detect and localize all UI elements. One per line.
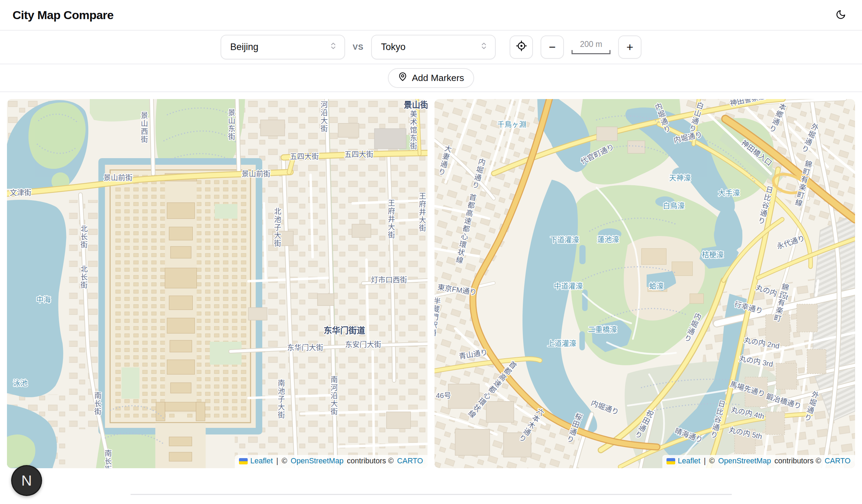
map-label: 王府井大街 <box>387 199 395 239</box>
map-label: 景山东街 <box>227 109 235 141</box>
map-label: 下道灌濠 <box>550 236 579 244</box>
left-city-select[interactable]: Beijing <box>221 35 345 59</box>
carto-link[interactable]: CARTO <box>825 456 851 466</box>
map-label: 蛤濠 <box>649 282 664 290</box>
map-label: 东华门大街 <box>287 343 323 351</box>
map-label: 北长街 <box>80 265 88 289</box>
map-label: 中道灌濠 <box>554 282 583 290</box>
map-label: 泳池 <box>13 379 28 387</box>
map-label: 东安门大街 <box>345 340 381 348</box>
add-markers-label: Add Markers <box>412 73 464 83</box>
map-label: 北长街 <box>80 225 88 249</box>
map-label: 北池子大街 <box>273 208 281 247</box>
theme-toggle-button[interactable] <box>833 7 848 23</box>
map-label: 河沿大街 <box>320 101 328 133</box>
map-attribution: Leaflet | © OpenStreetMap contributors ©… <box>662 455 855 468</box>
controls-bar: Beijing VS Tokyo − 200 m + <box>0 31 862 64</box>
nextjs-dev-badge[interactable]: N <box>11 465 42 496</box>
section-divider <box>130 494 732 495</box>
map-label: 五四大街 <box>290 152 319 160</box>
page-title: City Map Compare <box>13 8 114 22</box>
map-label: 南池子大街 <box>277 379 285 419</box>
map-label: 灯市口西街 <box>371 276 407 284</box>
map-label: 46号 <box>436 391 451 399</box>
map-label: 千鳥ヶ淵 <box>497 120 526 128</box>
ukraine-flag-icon <box>667 458 675 464</box>
contributors-text: contributors © <box>347 456 393 466</box>
map-tokyo[interactable]: 千鳥ヶ淵大妻通り内堀通り首都高速都心環状線内堀通り内堀通り白山通り神田警察通り本… <box>434 99 855 468</box>
left-city-value: Beijing <box>230 42 258 52</box>
map-label: 景山街道 <box>404 100 428 109</box>
map-label: 五四大街 <box>344 150 373 158</box>
attribution-separator: | <box>276 456 278 466</box>
add-markers-button[interactable]: Add Markers <box>388 68 474 88</box>
chevrons-up-down-icon <box>329 42 337 52</box>
map-beijing[interactable]: 景山街道美术馆东街景山西街景山东街河沿大街五四大街五四大街景山前街景山前街文津街… <box>7 99 428 468</box>
leaflet-link[interactable]: Leaflet <box>678 456 701 466</box>
beijing-map-canvas: 景山街道美术馆东街景山西街景山东街河沿大街五四大街五四大街景山前街景山前街文津街… <box>7 99 428 468</box>
ukraine-flag-icon <box>239 458 248 464</box>
zoom-in-button[interactable]: + <box>618 35 641 59</box>
map-label: 东华门街道 <box>324 326 365 335</box>
map-label: 蓮池濠 <box>597 235 619 243</box>
leaflet-link[interactable]: Leaflet <box>250 456 273 466</box>
map-attribution: Leaflet | © OpenStreetMap contributors ©… <box>235 455 428 468</box>
map-compare-area: 景山街道美术馆东街景山西街景山东街河沿大街五四大街五四大街景山前街景山前街文津街… <box>0 99 862 468</box>
map-label: 桔梗濠 <box>702 251 724 259</box>
map-label: 白鳥濠 <box>663 202 685 210</box>
map-label: 景山前街 <box>104 173 133 181</box>
map-label: 南长街 <box>93 392 101 416</box>
crosshair-locate-icon <box>516 40 527 54</box>
map-label: 天神濠 <box>669 174 691 182</box>
chevrons-up-down-icon <box>480 42 488 52</box>
app-header: City Map Compare <box>0 0 862 31</box>
locate-button[interactable] <box>510 35 533 59</box>
attribution-separator: | <box>704 456 706 466</box>
right-city-value: Tokyo <box>381 42 406 52</box>
map-label: 美术馆东街 <box>409 110 417 150</box>
tokyo-map-canvas: 千鳥ヶ淵大妻通り内堀通り首都高速都心環状線内堀通り内堀通り白山通り神田警察通り本… <box>434 99 855 468</box>
osm-link[interactable]: OpenStreetMap <box>291 456 344 466</box>
map-label: 景山前街 <box>241 170 270 178</box>
map-label: 南长街 <box>104 449 112 468</box>
zoom-out-button[interactable]: − <box>541 35 564 59</box>
map-label: 文津街 <box>10 188 32 196</box>
map-label: 大手濠 <box>718 189 740 197</box>
scale-label: 200 m <box>572 40 610 49</box>
moon-icon <box>836 9 846 21</box>
markers-bar: Add Markers <box>0 64 862 92</box>
map-scale: 200 m <box>572 40 610 54</box>
map-label: 南河沿大街 <box>330 376 338 416</box>
map-label: 二重橋濠 <box>588 325 617 333</box>
copyright-sign: © <box>709 456 715 466</box>
map-label: 中海 <box>36 295 51 303</box>
osm-link[interactable]: OpenStreetMap <box>718 456 771 466</box>
copyright-sign: © <box>282 456 287 466</box>
right-city-select[interactable]: Tokyo <box>371 35 496 59</box>
map-label: 王府井大街 <box>418 192 426 232</box>
map-label: 上道灌濠 <box>547 339 576 347</box>
contributors-text: contributors © <box>774 456 821 466</box>
map-pin-icon <box>398 72 407 84</box>
map-label: 景山西街 <box>140 112 148 144</box>
scale-bar <box>572 50 610 54</box>
vs-label: VS <box>353 43 364 52</box>
carto-link[interactable]: CARTO <box>397 456 423 466</box>
